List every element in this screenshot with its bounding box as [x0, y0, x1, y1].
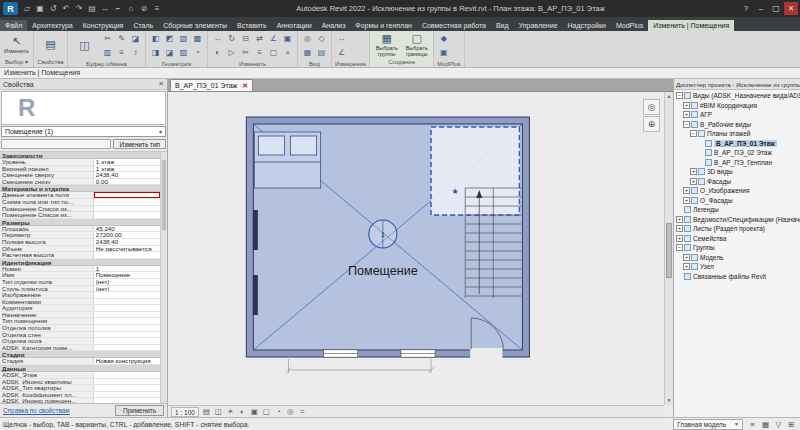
property-value[interactable]: 1 этаж [93, 159, 160, 165]
tree-expander-icon[interactable]: + [690, 178, 697, 185]
property-value[interactable]: Новая конструкция [93, 358, 160, 364]
paste-button[interactable]: ◫ [71, 39, 98, 52]
ribbon-tool-icon[interactable]: ✎ [115, 32, 128, 45]
property-value[interactable]: 0,00 [93, 179, 160, 185]
section-icon[interactable]: ⊘ [139, 4, 149, 13]
property-value[interactable] [93, 206, 160, 212]
ribbon-tab-9[interactable]: Совместная работа [417, 20, 491, 31]
view-tab[interactable]: В_АР_ПЭ_01 Этаж ✕ [170, 79, 253, 91]
property-value[interactable]: 27200,00 [93, 232, 160, 238]
tree-expander-icon[interactable]: + [683, 102, 690, 109]
property-section-header[interactable]: Стадии [0, 351, 160, 358]
browser-item[interactable]: +3D виды [674, 167, 800, 177]
ribbon-tool-icon[interactable]: ▥ [101, 46, 114, 59]
temporary-hide-isolate-icon[interactable]: ◔ [273, 407, 284, 417]
ribbon-tool-icon[interactable]: ◔ [191, 46, 204, 59]
property-value[interactable]: 1 этаж [93, 166, 160, 172]
property-section-header[interactable]: Данные [0, 365, 160, 372]
property-value[interactable]: Не рассчитывается [93, 246, 160, 252]
instance-filter-box[interactable] [1, 139, 111, 149]
room-name-label[interactable]: Помещение [348, 264, 418, 278]
browser-item[interactable]: +Модель [674, 253, 800, 263]
browser-item[interactable]: −Планы этажей [674, 129, 800, 139]
property-value[interactable] [93, 392, 160, 398]
type-selector[interactable]: Помещение (1) ▾ [1, 126, 166, 137]
browser-item[interactable]: +АГР [674, 110, 800, 120]
floor-plan[interactable]: ★ [168, 92, 664, 405]
property-value[interactable] [93, 385, 160, 391]
column[interactable] [253, 210, 258, 250]
browser-item[interactable]: +#BIM Координация [674, 101, 800, 111]
ribbon-tool-icon[interactable]: ◨ [149, 46, 162, 59]
ribbon-tool-icon[interactable]: ◆ [437, 32, 450, 45]
reveal-hidden-icon[interactable]: ◎ [285, 407, 296, 417]
thin-lines-icon[interactable]: ≡ [152, 4, 162, 13]
tree-expander-icon[interactable]: + [683, 187, 690, 194]
close-icon[interactable]: ✕ [784, 2, 798, 15]
property-value[interactable] [93, 338, 160, 344]
tree-expander-icon[interactable]: + [690, 168, 697, 175]
maximize-icon[interactable]: ▢ [769, 2, 783, 15]
property-value[interactable]: 45,240 [93, 226, 160, 232]
tree-expander-icon[interactable]: + [683, 254, 690, 261]
property-value[interactable] [93, 192, 160, 198]
property-value[interactable] [93, 379, 160, 385]
select-groups-button[interactable]: ▦Выбрать группы [373, 32, 400, 57]
sync-icon[interactable]: ↺ [48, 4, 58, 13]
property-value[interactable] [93, 345, 160, 351]
default-3d-view-icon[interactable]: ⌂ [126, 4, 136, 13]
scrollbar-thumb[interactable] [162, 160, 166, 230]
select-toggle-icon[interactable]: ⊞ [786, 420, 797, 429]
ribbon-tool-icon[interactable]: ⇄ [253, 32, 266, 45]
ribbon-tab-8[interactable]: Формы и генплан [350, 20, 417, 31]
browser-item[interactable]: В_АР_ПЭ_01 Этаж [674, 139, 800, 149]
property-value[interactable] [93, 372, 160, 378]
ribbon-tab-4[interactable]: Сборные элементы [158, 20, 232, 31]
properties-scrollbar[interactable] [160, 152, 167, 403]
browser-item[interactable]: Связанные файлы Revit [674, 272, 800, 282]
ribbon-tab-7[interactable]: Анализ [317, 20, 351, 31]
browser-item[interactable]: −Группы [674, 243, 800, 253]
ribbon-tool-icon[interactable]: ◐ [211, 46, 224, 59]
browser-item[interactable]: +Узел [674, 262, 800, 272]
ribbon-tool-icon[interactable]: ∠ [267, 32, 280, 45]
tree-expander-icon[interactable]: − [676, 244, 683, 251]
ribbon-tool-icon[interactable]: ≡ [253, 46, 266, 59]
aligned-dimension-icon[interactable]: ⌐ [113, 4, 123, 13]
ribbon-tab-11[interactable]: Управление [514, 20, 563, 31]
scrollbar-thumb[interactable] [666, 223, 672, 278]
ribbon-tab-5[interactable]: Вставить [232, 20, 272, 31]
property-value[interactable] [93, 312, 160, 318]
browser-item[interactable]: В_АР_ПЭ_02 Этаж [674, 148, 800, 158]
detail-level-icon[interactable]: ▤ [201, 407, 212, 417]
property-value[interactable]: 2438,40 [93, 239, 160, 245]
ribbon-tool-icon[interactable]: × [281, 46, 294, 59]
ribbon-tool-icon[interactable]: ▤ [315, 46, 328, 59]
ribbon-tool-icon[interactable]: ✂ [101, 32, 114, 45]
tree-expander-icon[interactable]: + [683, 197, 690, 204]
browser-item[interactable]: +Листы (Раздел проекта) [674, 224, 800, 234]
excluded-group-boundary[interactable] [431, 127, 519, 215]
ribbon-tool-icon[interactable]: ⊟ [239, 32, 252, 45]
ribbon-tab-1[interactable]: Архитектура [27, 20, 78, 31]
property-value[interactable] [93, 199, 160, 205]
property-value[interactable]: (нет) [93, 286, 160, 292]
property-value[interactable] [93, 299, 160, 305]
tree-expander-icon[interactable]: + [676, 216, 683, 223]
browser-item[interactable]: +Фасады [674, 177, 800, 187]
apply-button[interactable]: Применить [115, 405, 164, 416]
active-model-selector[interactable]: Главная модель ▼ [673, 419, 743, 430]
revit-app-icon[interactable]: R [3, 2, 18, 15]
crop-view-icon[interactable]: ▣ [249, 407, 260, 417]
window[interactable] [324, 350, 358, 357]
ribbon-tool-icon[interactable]: ◪ [163, 46, 176, 59]
ribbon-tool-icon[interactable]: ▷ [225, 46, 238, 59]
analysis-display-icon[interactable]: ≈ [297, 407, 308, 417]
ribbon-tool-icon[interactable]: ∠ [335, 46, 348, 59]
browser-item[interactable]: −В_Рабочие виды [674, 120, 800, 130]
scale-button[interactable]: 1 : 100 [171, 407, 199, 417]
ribbon-tab-0[interactable]: Файл [0, 20, 27, 31]
zoom-icon[interactable]: ⊕ [643, 116, 660, 132]
edit-type-button[interactable]: Изменить тип [113, 139, 166, 149]
property-value[interactable] [93, 332, 160, 338]
